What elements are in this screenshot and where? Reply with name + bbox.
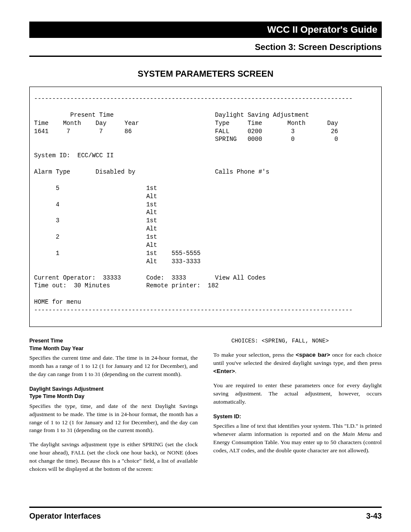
terminal-screen: ----------------------------------------…	[29, 87, 382, 327]
field-label-present-time: Present Time Time Month Day Year	[29, 337, 198, 352]
field-label-daylight: Daylight Savings Adjustment Type Time Mo…	[29, 386, 198, 401]
para-system-id: Specifies a line of text that identifies…	[213, 422, 382, 455]
para-daylight-1: Specifies the type, time, and date of th…	[29, 402, 198, 435]
guide-title: WCC II Operator's Guide	[267, 24, 377, 35]
page-title: SYSTEM PARAMETERS SCREEN	[29, 69, 382, 79]
footer-right: 3-43	[366, 512, 382, 521]
footer-rule	[29, 507, 382, 508]
footer-left: Operator Interfaces	[29, 512, 101, 521]
section-title: Section 3: Screen Descriptions	[29, 42, 382, 57]
choices-line: CHOICES: <SPRING, FALL, NONE>	[231, 337, 382, 345]
field-label-system-id: System ID:	[213, 413, 382, 421]
para-daylight-2: The daylight savings adjustment type is …	[29, 441, 198, 473]
para-present-time: Specifies the current time and date. The…	[29, 354, 198, 379]
body-columns: Present Time Time Month Day Year Specifi…	[29, 337, 382, 479]
para-selection: To make your selection, press the <space…	[213, 351, 382, 376]
right-column: CHOICES: <SPRING, FALL, NONE> To make yo…	[213, 337, 382, 479]
header-bar: WCC II Operator's Guide	[29, 22, 382, 38]
footer: Operator Interfaces 3-43	[29, 512, 382, 521]
para-required: You are required to enter these paramete…	[213, 382, 382, 406]
left-column: Present Time Time Month Day Year Specifi…	[29, 337, 198, 479]
